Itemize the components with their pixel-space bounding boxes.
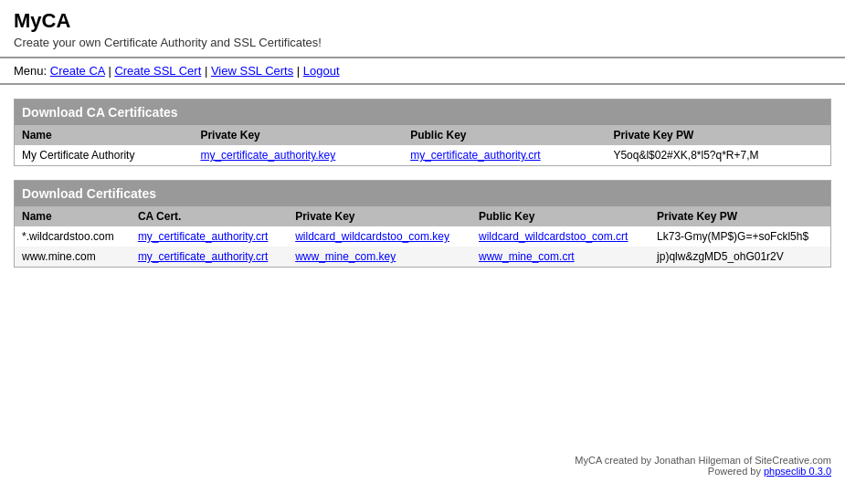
ca-section-header: Download CA Certificates [15, 100, 830, 125]
cert-row-name: *.wildcardstoo.com [15, 226, 131, 247]
ca-certificates-section: Download CA Certificates Name Private Ke… [14, 99, 831, 166]
ca-private-key-link[interactable]: my_certificate_authority.key [200, 149, 335, 162]
cert-table-header-row: Name CA Cert. Private Key Public Key Pri… [15, 206, 830, 226]
nav-view-ssl-certs[interactable]: View SSL Certs [211, 64, 293, 78]
cert-row-private-key: wildcard_wildcardstoo_com.key [288, 226, 471, 247]
table-row: www.mine.com my_certificate_authority.cr… [15, 247, 830, 267]
cert-col-ca-cert: CA Cert. [131, 206, 288, 226]
cert-row-name: www.mine.com [15, 247, 131, 267]
cert-col-private-key: Private Key [288, 206, 471, 226]
nav-menu-label: Menu: [14, 64, 47, 78]
cert-row-private-key: www_mine_com.key [288, 247, 471, 267]
cert-private-key-link[interactable]: www_mine_com.key [295, 250, 396, 263]
table-row: *.wildcardstoo.com my_certificate_author… [15, 226, 830, 247]
ca-public-key-link[interactable]: my_certificate_authority.crt [410, 149, 541, 162]
nav-create-ssl-cert[interactable]: Create SSL Cert [114, 64, 201, 78]
ca-row-pw: Y5oq&l$02#XK,8*l5?q*R+7,M [606, 145, 830, 165]
cert-public-key-link[interactable]: www_mine_com.crt [479, 250, 575, 263]
cert-row-pw: jp)qlw&zgMD5_ohG01r2V [650, 247, 830, 267]
certificates-section: Download Certificates Name CA Cert. Priv… [14, 180, 831, 268]
ca-row-public-key: my_certificate_authority.crt [403, 145, 606, 165]
cert-col-public-key: Public Key [471, 206, 650, 226]
ca-col-pw: Private Key PW [606, 125, 830, 145]
cert-ca-cert-link[interactable]: my_certificate_authority.crt [138, 250, 269, 263]
main-content: Download CA Certificates Name Private Ke… [0, 85, 845, 295]
footer: MyCA created by Jonathan Hilgeman of Sit… [0, 446, 845, 486]
ca-row-name: My Certificate Authority [15, 145, 193, 165]
cert-row-pw: Lk73-Gmy(MP$)G=+soFckl5h$ [650, 226, 830, 247]
ca-table-header-row: Name Private Key Public Key Private Key … [15, 125, 830, 145]
ca-col-private-key: Private Key [193, 125, 403, 145]
ca-col-public-key: Public Key [403, 125, 606, 145]
cert-row-ca-cert: my_certificate_authority.crt [131, 226, 288, 247]
footer-powered-by-prefix: Powered by [708, 466, 764, 477]
cert-row-public-key: www_mine_com.crt [471, 247, 650, 267]
cert-ca-cert-link[interactable]: my_certificate_authority.crt [138, 230, 269, 243]
ca-certificates-table: Name Private Key Public Key Private Key … [15, 125, 830, 165]
header: MyCA Create your own Certificate Authori… [0, 0, 845, 58]
footer-phpseclib-link[interactable]: phpseclib 0.3.0 [764, 466, 831, 477]
cert-row-public-key: wildcard_wildcardstoo_com.crt [471, 226, 650, 247]
cert-section-header: Download Certificates [15, 181, 830, 206]
nav-create-ca[interactable]: Create CA [50, 64, 105, 78]
table-row: My Certificate Authority my_certificate_… [15, 145, 830, 165]
cert-private-key-link[interactable]: wildcard_wildcardstoo_com.key [295, 230, 449, 243]
app-subtitle: Create your own Certificate Authority an… [14, 36, 831, 49]
certificates-table: Name CA Cert. Private Key Public Key Pri… [15, 206, 830, 267]
cert-col-name: Name [15, 206, 131, 226]
footer-line2: Powered by phpseclib 0.3.0 [14, 466, 831, 477]
footer-line1: MyCA created by Jonathan Hilgeman of Sit… [14, 455, 831, 466]
app-title: MyCA [14, 9, 831, 33]
cert-col-pw: Private Key PW [650, 206, 830, 226]
ca-row-private-key: my_certificate_authority.key [193, 145, 403, 165]
navigation: Menu: Create CA | Create SSL Cert | View… [0, 58, 845, 85]
cert-public-key-link[interactable]: wildcard_wildcardstoo_com.crt [479, 230, 628, 243]
nav-logout[interactable]: Logout [303, 64, 340, 78]
cert-row-ca-cert: my_certificate_authority.crt [131, 247, 288, 267]
ca-col-name: Name [15, 125, 193, 145]
